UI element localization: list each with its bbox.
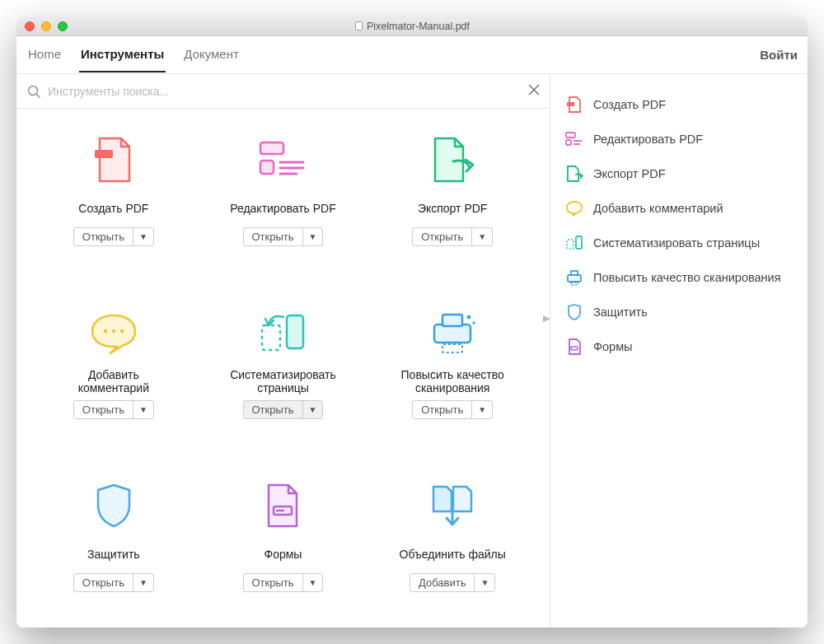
- sidebar-item-label: Добавить комментарий: [593, 202, 723, 215]
- tool-label: Экспорт PDF: [418, 194, 488, 222]
- scan-icon: [565, 268, 583, 287]
- chevron-down-icon: ▼: [133, 574, 153, 591]
- svg-rect-6: [260, 142, 283, 154]
- organize-icon: [565, 234, 583, 252]
- login-button[interactable]: Войти: [760, 48, 798, 62]
- svg-rect-5: [95, 150, 113, 158]
- forms-icon: [565, 338, 583, 356]
- tool-label: Повысить качество сканирования: [393, 367, 513, 395]
- sidebar-item-forms[interactable]: Формы: [559, 329, 799, 364]
- tool-edit-pdf[interactable]: Редактировать PDF Открыть▼: [203, 133, 364, 273]
- create-pdf-icon: [565, 96, 583, 114]
- sidebar-item-organize[interactable]: Систематизировать страницы: [559, 226, 799, 260]
- sidebar-item-label: Защитить: [593, 306, 648, 319]
- svg-line-2: [36, 94, 40, 97]
- tool-forms[interactable]: Формы Открыть▼: [203, 479, 364, 619]
- sidebar-item-create[interactable]: Создать PDF: [559, 87, 799, 122]
- tools-grid: Создать PDF Открыть▼: [16, 109, 550, 628]
- tool-enhance-scan[interactable]: Повысить качество сканирования Открыть▼: [372, 306, 533, 446]
- sidebar-item-label: Систематизировать страницы: [593, 236, 760, 250]
- sidebar-item-protect[interactable]: Защитить: [559, 295, 799, 329]
- open-button[interactable]: Открыть▼: [73, 573, 154, 592]
- open-button[interactable]: Открыть▼: [243, 227, 324, 246]
- svg-point-12: [112, 329, 115, 333]
- chevron-down-icon: ▼: [303, 574, 323, 591]
- svg-rect-7: [260, 161, 274, 174]
- tool-organize-pages[interactable]: Систематизировать страницы Открыть▼: [203, 306, 364, 446]
- tool-label: Систематизировать страницы: [223, 367, 343, 395]
- open-button[interactable]: Открыть▼: [243, 573, 324, 592]
- svg-rect-29: [568, 275, 581, 282]
- main-panel: Создать PDF Открыть▼: [16, 74, 550, 628]
- sidebar-item-label: Повысить качество сканирования: [593, 271, 781, 284]
- tool-label: Объединить файлы: [400, 540, 506, 568]
- chevron-down-icon: ▼: [133, 401, 153, 418]
- chevron-down-icon: ▼: [303, 228, 323, 245]
- chevron-down-icon: ▼: [472, 228, 492, 245]
- tab-document[interactable]: Документ: [182, 37, 241, 72]
- open-button[interactable]: Открыть▼: [412, 400, 493, 419]
- window-title: Pixelmator-Manual.pdf: [16, 21, 808, 32]
- sidebar-item-label: Формы: [593, 340, 633, 353]
- tool-label: Редактировать PDF: [230, 194, 336, 222]
- toolbar: Home Инструменты Документ Войти: [16, 36, 808, 74]
- document-icon: [354, 21, 363, 30]
- comment-icon: [565, 199, 583, 217]
- tool-label: Формы: [265, 540, 302, 568]
- open-button[interactable]: Открыть▼: [412, 227, 493, 246]
- tool-label: Защитить: [87, 540, 140, 568]
- open-button[interactable]: Открыть▼: [243, 400, 324, 419]
- search-input[interactable]: [48, 85, 522, 98]
- add-button[interactable]: Добавить▼: [410, 573, 495, 592]
- tool-combine-files[interactable]: Объединить файлы Добавить▼: [372, 479, 533, 619]
- export-pdf-icon: [428, 135, 476, 184]
- toolbar-tabs: Home Инструменты Документ: [26, 37, 241, 72]
- sidebar-item-scan[interactable]: Повысить качество сканирования: [559, 260, 799, 295]
- shield-icon: [93, 482, 134, 530]
- shield-icon: [565, 303, 583, 321]
- svg-rect-0: [355, 21, 362, 30]
- tool-label: Добавить комментарий: [54, 367, 173, 395]
- forms-icon: [264, 482, 302, 530]
- tool-label: Создать PDF: [78, 194, 148, 222]
- create-pdf-icon: [91, 135, 136, 184]
- svg-rect-28: [567, 240, 574, 249]
- sidebar: ▶ Создать PDF Редактировать PDF Экспорт …: [550, 74, 808, 628]
- sidebar-item-export[interactable]: Экспорт PDF: [559, 156, 799, 191]
- svg-rect-22: [567, 102, 574, 106]
- svg-rect-27: [576, 236, 582, 249]
- chevron-down-icon: ▼: [303, 401, 323, 418]
- sidebar-item-label: Создать PDF: [593, 98, 666, 111]
- tool-export-pdf[interactable]: Экспорт PDF Открыть▼: [372, 133, 533, 273]
- svg-rect-31: [571, 282, 578, 285]
- svg-rect-15: [262, 325, 280, 350]
- tool-comment[interactable]: Добавить комментарий Открыть▼: [33, 306, 194, 446]
- comment-icon: [89, 310, 138, 355]
- organize-icon: [257, 310, 308, 355]
- combine-icon: [427, 482, 478, 530]
- sidebar-item-label: Редактировать PDF: [593, 133, 703, 146]
- export-pdf-icon: [565, 165, 583, 183]
- sidebar-item-comment[interactable]: Добавить комментарий: [559, 191, 799, 226]
- edit-pdf-icon: [565, 130, 583, 148]
- search-icon: [26, 84, 41, 99]
- svg-point-11: [104, 329, 107, 333]
- sidebar-item-edit[interactable]: Редактировать PDF: [559, 122, 799, 156]
- tab-home[interactable]: Home: [26, 37, 63, 72]
- chevron-down-icon: ▼: [472, 401, 492, 418]
- svg-point-13: [120, 329, 124, 333]
- titlebar: Pixelmator-Manual.pdf: [16, 16, 808, 36]
- collapse-sidebar-button[interactable]: ▶: [543, 313, 551, 326]
- tool-create-pdf[interactable]: Создать PDF Открыть▼: [33, 133, 194, 273]
- clear-search-button[interactable]: [528, 82, 540, 100]
- tab-tools[interactable]: Инструменты: [79, 37, 166, 72]
- open-button[interactable]: Открыть▼: [73, 400, 154, 419]
- search-bar: [16, 74, 550, 109]
- svg-rect-14: [287, 315, 303, 348]
- tool-protect[interactable]: Защитить Открыть▼: [33, 479, 194, 619]
- svg-rect-17: [442, 315, 462, 326]
- content-area: Создать PDF Открыть▼: [16, 74, 808, 628]
- svg-rect-23: [566, 133, 575, 138]
- open-button[interactable]: Открыть▼: [73, 227, 154, 246]
- svg-rect-18: [442, 344, 462, 352]
